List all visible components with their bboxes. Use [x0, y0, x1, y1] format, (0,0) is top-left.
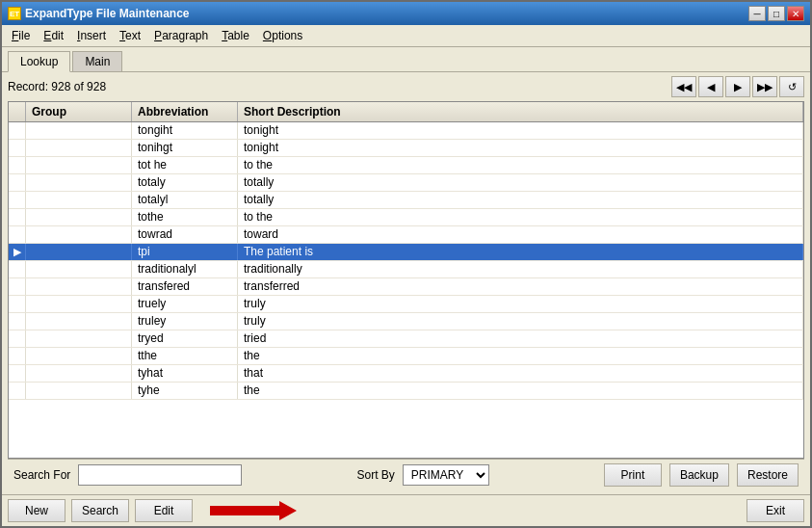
row-abbreviation: tot he: [132, 157, 238, 173]
tab-lookup[interactable]: Lookup: [8, 51, 70, 72]
row-description: that: [238, 365, 803, 382]
search-button[interactable]: Search: [71, 499, 129, 522]
col-header-indicator: [9, 102, 26, 121]
row-group: [26, 261, 132, 277]
table-row[interactable]: tryed tried: [9, 330, 803, 348]
nav-first-button[interactable]: ◀◀: [671, 76, 696, 97]
row-abbreviation: transfered: [132, 278, 238, 295]
row-description: tonight: [238, 122, 803, 139]
menu-edit[interactable]: Edit: [38, 27, 69, 44]
row-abbreviation: totalyl: [132, 192, 238, 208]
close-button[interactable]: ✕: [787, 6, 804, 21]
table-row[interactable]: truely truly: [9, 296, 803, 313]
row-indicator: [9, 192, 26, 208]
app-icon: ET: [8, 7, 21, 20]
print-button[interactable]: Print: [604, 463, 662, 487]
row-indicator: ▶: [9, 244, 26, 260]
row-description: toward: [238, 226, 803, 243]
row-group: [26, 122, 132, 139]
exit-button[interactable]: Exit: [747, 499, 804, 522]
title-bar: ET ExpandType File Maintenance ─ □ ✕: [2, 2, 810, 25]
row-description: totally: [238, 174, 803, 191]
menu-text[interactable]: Text: [114, 27, 146, 44]
row-indicator: [9, 313, 26, 330]
row-group: [26, 278, 132, 295]
row-abbreviation: tongiht: [132, 122, 238, 139]
table-row[interactable]: tothe to the: [9, 209, 803, 226]
row-abbreviation: tyhe: [132, 383, 238, 399]
row-group: [26, 209, 132, 225]
search-input[interactable]: [78, 464, 242, 486]
record-info: Record: 928 of 928: [8, 80, 106, 93]
row-indicator: [9, 278, 26, 295]
table-row[interactable]: traditionalyl traditionally: [9, 261, 803, 278]
tab-main[interactable]: Main: [72, 51, 122, 71]
row-group: [26, 365, 132, 382]
row-description: transferred: [238, 278, 803, 295]
sort-select[interactable]: PRIMARY: [403, 464, 489, 486]
table-row-selected[interactable]: ▶ tpi The patient is: [9, 244, 803, 261]
edit-button[interactable]: Edit: [135, 499, 193, 522]
row-group: [26, 140, 132, 156]
nav-buttons: ◀◀ ◀ ▶ ▶▶ ↺: [671, 76, 804, 97]
table-row[interactable]: tyhe the: [9, 383, 803, 400]
table-row[interactable]: tongiht tonight: [9, 122, 803, 140]
row-description: the: [238, 348, 803, 364]
row-description: truly: [238, 313, 803, 330]
row-description: traditionally: [238, 261, 803, 277]
table-row[interactable]: transfered transferred: [9, 278, 803, 296]
minimize-button[interactable]: ─: [748, 6, 766, 21]
new-button[interactable]: New: [8, 499, 65, 522]
table-row[interactable]: tyhat that: [9, 365, 803, 383]
row-abbreviation: towrad: [132, 226, 238, 243]
table-row[interactable]: totaly totally: [9, 174, 803, 192]
row-indicator: [9, 261, 26, 277]
menu-insert[interactable]: Insert: [71, 27, 112, 44]
row-group: [26, 192, 132, 208]
row-abbreviation: totaly: [132, 174, 238, 191]
action-bar: New Search Edit Exit: [2, 494, 810, 526]
row-indicator: [9, 365, 26, 382]
table-row[interactable]: truley truly: [9, 313, 803, 330]
table-row[interactable]: tot he to the: [9, 157, 803, 174]
nav-refresh-button[interactable]: ↺: [779, 76, 804, 97]
col-header-description: Short Description: [238, 102, 803, 121]
row-description: truly: [238, 296, 803, 312]
search-sort-bar: Search For Sort By PRIMARY Print Backup …: [8, 459, 804, 490]
menu-paragraph[interactable]: Paragraph: [148, 27, 214, 44]
row-group: [26, 174, 132, 191]
row-description: The patient is: [238, 244, 803, 260]
row-indicator: [9, 226, 26, 243]
row-abbreviation: truley: [132, 313, 238, 330]
row-indicator: [9, 174, 26, 191]
nav-prev-button[interactable]: ◀: [698, 76, 723, 97]
row-description: to the: [238, 209, 803, 225]
restore-button[interactable]: Restore: [737, 463, 799, 487]
row-indicator: [9, 157, 26, 173]
menu-file[interactable]: File: [6, 27, 36, 44]
search-for-label: Search For: [13, 468, 70, 482]
nav-last-button[interactable]: ▶▶: [752, 76, 777, 97]
maximize-button[interactable]: □: [768, 6, 785, 21]
table-row[interactable]: tthe the: [9, 348, 803, 365]
menu-table[interactable]: Table: [216, 27, 255, 44]
row-indicator: [9, 348, 26, 364]
col-header-abbreviation: Abbreviation: [132, 102, 238, 121]
window-title: ExpandType File Maintenance: [25, 7, 189, 20]
table-row[interactable]: towrad toward: [9, 226, 803, 244]
nav-next-button[interactable]: ▶: [725, 76, 750, 97]
tab-bar: Lookup Main: [2, 47, 810, 71]
row-indicator: [9, 122, 26, 139]
table-row[interactable]: tonihgt tonight: [9, 140, 803, 157]
data-table: Group Abbreviation Short Description ton…: [8, 101, 804, 459]
title-bar-left: ET ExpandType File Maintenance: [8, 7, 189, 20]
table-row[interactable]: totalyl totally: [9, 192, 803, 209]
row-group: [26, 296, 132, 312]
menu-options[interactable]: Options: [257, 27, 308, 44]
table-body: tongiht tonight tonihgt tonight tot he t…: [9, 122, 803, 458]
backup-button[interactable]: Backup: [669, 463, 729, 487]
arrow-shaft: [210, 501, 297, 520]
row-description: totally: [238, 192, 803, 208]
row-group: [26, 383, 132, 399]
row-indicator: [9, 296, 26, 312]
